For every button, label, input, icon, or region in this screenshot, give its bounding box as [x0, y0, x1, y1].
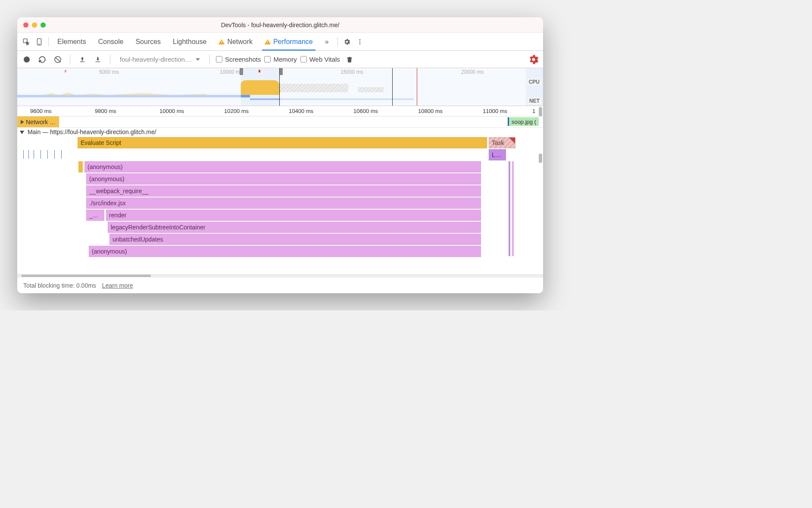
network-lane-toggle[interactable]: Network …: [17, 116, 59, 127]
device-toolbar-icon[interactable]: [33, 35, 46, 48]
record-button[interactable]: [21, 53, 33, 66]
screenshots-checkbox[interactable]: Screenshots: [216, 56, 261, 63]
flame-anonymous[interactable]: (anonymous): [86, 173, 481, 185]
expand-icon: [21, 120, 24, 124]
svg-point-5: [359, 43, 360, 44]
flame-legacy-render[interactable]: legacyRenderSubtreeIntoContainer: [108, 222, 481, 233]
memory-checkbox[interactable]: Memory: [264, 56, 297, 63]
tab-console[interactable]: Console: [92, 33, 130, 50]
scrollbar-thumb[interactable]: [539, 154, 542, 163]
tab-network[interactable]: Network: [212, 33, 259, 50]
close-window-button[interactable]: [23, 22, 28, 28]
svg-rect-6: [80, 61, 85, 62]
main-thread-flamechart[interactable]: Main — https://foul-heavenly-direction.g…: [17, 128, 543, 274]
warning-icon: [219, 39, 225, 44]
main-thread-header[interactable]: Main — https://foul-heavenly-direction.g…: [17, 128, 543, 136]
tab-performance[interactable]: Performance: [259, 33, 319, 50]
scrollbar-thumb[interactable]: [539, 107, 542, 116]
save-profile-icon[interactable]: [92, 53, 104, 66]
ruler-tick: 10400 ms: [289, 108, 313, 114]
settings-icon[interactable]: [340, 35, 353, 48]
flame-anonymous[interactable]: (anonymous): [89, 246, 481, 257]
ruler-tick: 10200 ms: [224, 108, 249, 114]
reload-button[interactable]: [36, 53, 48, 66]
flame-task[interactable]: Task: [489, 137, 515, 148]
traffic-lights: [23, 22, 46, 28]
clear-button[interactable]: [52, 53, 64, 66]
performance-toolbar: foul-heavenly-direction.… Screenshots Me…: [17, 51, 543, 68]
net-label: NET: [528, 97, 541, 104]
tab-overflow[interactable]: »: [319, 33, 335, 50]
ruler-tick: 11000 ms: [483, 108, 507, 114]
svg-point-3: [359, 39, 360, 41]
panel-tabs: Elements Console Sources Lighthouse Netw…: [17, 33, 543, 51]
learn-more-link[interactable]: Learn more: [102, 282, 133, 289]
timeline-overview[interactable]: 5000 ms 10000 ms 15000 ms 20000 ms CPU N…: [17, 68, 543, 106]
flame-src-index[interactable]: ./src/index.jsx: [86, 198, 481, 209]
flame-unbatched[interactable]: unbatchedUpdates: [109, 234, 481, 245]
cpu-label: CPU: [527, 78, 541, 85]
warning-icon: [265, 39, 271, 44]
chevron-down-icon: [20, 131, 24, 134]
capture-settings-icon[interactable]: [528, 53, 540, 66]
flame-render[interactable]: render: [106, 210, 481, 221]
kebab-menu-icon[interactable]: [353, 35, 366, 48]
svg-point-4: [359, 41, 360, 42]
flame-webpack-require[interactable]: __webpack_require__: [86, 185, 481, 197]
total-blocking-time: Total blocking time: 0.00ms: [23, 282, 96, 289]
network-request-badge[interactable]: soop.jpg (: [508, 117, 539, 126]
chevron-down-icon: [196, 58, 200, 61]
overview-handle-left[interactable]: [240, 68, 243, 75]
ruler-tick: 9800 ms: [95, 108, 116, 114]
devtools-window: DevTools - foul-heavenly-direction.glitc…: [17, 17, 543, 293]
flame-evaluate-script[interactable]: Evaluate Script: [78, 137, 487, 148]
network-lane[interactable]: Network … soop.jpg (: [17, 116, 543, 128]
minimize-window-button[interactable]: [32, 22, 37, 28]
overview-handle-right[interactable]: [279, 68, 283, 75]
inspect-element-icon[interactable]: [20, 35, 33, 48]
ruler-tick: 9600 ms: [30, 108, 52, 114]
svg-rect-8: [347, 57, 352, 58]
garbage-collect-icon[interactable]: [344, 53, 356, 66]
tab-elements[interactable]: Elements: [51, 33, 92, 50]
svg-rect-7: [96, 61, 100, 62]
load-profile-icon[interactable]: [76, 53, 88, 66]
window-title: DevTools - foul-heavenly-direction.glitc…: [17, 22, 543, 28]
flame-anonymous[interactable]: (anonymous): [84, 161, 481, 172]
ruler-tick: 1: [532, 108, 535, 114]
ruler-tick: 10600 ms: [353, 108, 378, 114]
tab-lighthouse[interactable]: Lighthouse: [167, 33, 212, 50]
profile-selector-dropdown[interactable]: foul-heavenly-direction.…: [116, 53, 203, 66]
ruler-tick: 10800 ms: [418, 108, 443, 114]
flame-layout[interactable]: L…: [489, 149, 506, 160]
ruler-tick: 10000 ms: [159, 108, 184, 114]
zoom-window-button[interactable]: [41, 22, 46, 28]
flame-truncated[interactable]: _…: [86, 210, 104, 221]
webvitals-checkbox[interactable]: Web Vitals: [300, 56, 340, 63]
timeline-ruler[interactable]: 9600 ms 9800 ms 10000 ms 10200 ms 10400 …: [17, 106, 543, 116]
summary-footer: Total blocking time: 0.00ms Learn more: [17, 277, 543, 293]
tab-sources[interactable]: Sources: [129, 33, 167, 50]
titlebar: DevTools - foul-heavenly-direction.glitc…: [17, 17, 543, 33]
